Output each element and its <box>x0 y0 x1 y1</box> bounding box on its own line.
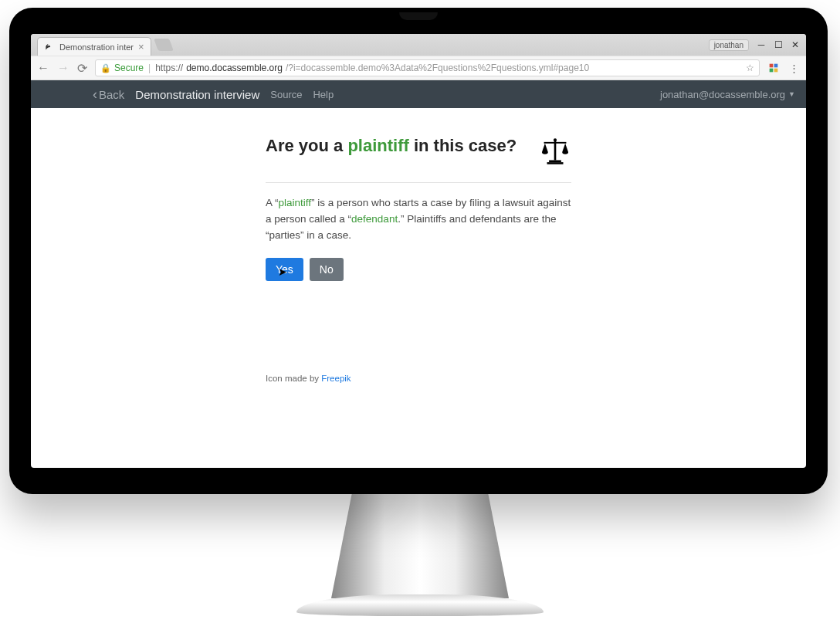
nav-back-icon[interactable]: ← <box>37 61 49 75</box>
screen: Demonstration inter × jonathan ─ ☐ ✕ ← →… <box>31 34 806 468</box>
divider <box>266 182 571 183</box>
profile-badge[interactable]: jonathan <box>709 39 749 51</box>
title-term[interactable]: plaintiff <box>347 136 408 155</box>
app-navbar: ‹ Back Demonstration interview Source He… <box>31 80 806 108</box>
svg-rect-5 <box>544 142 567 144</box>
answer-buttons: Yes No <box>266 258 571 281</box>
svg-rect-1 <box>774 64 778 68</box>
question-panel: Are you a plaintiff in this case? <box>266 136 571 383</box>
separator: | <box>148 63 151 73</box>
desc-term-defendant[interactable]: defendant <box>351 213 398 225</box>
title-prefix: Are you a <box>266 136 347 155</box>
nav-forward-icon[interactable]: → <box>57 61 69 75</box>
attribution-footer: Icon made by Freepik <box>266 374 571 383</box>
bookmark-star-icon[interactable]: ☆ <box>746 63 754 73</box>
secure-label: Secure <box>114 63 144 73</box>
chevron-left-icon: ‹ <box>93 87 97 101</box>
tab-favicon-icon <box>44 42 55 52</box>
webcam-notch <box>399 12 438 20</box>
browser-tab[interactable]: Demonstration inter × <box>37 37 151 56</box>
maximize-icon[interactable]: ☐ <box>774 40 783 49</box>
title-suffix: in this case? <box>409 136 517 155</box>
close-window-icon[interactable]: ✕ <box>791 40 800 49</box>
tab-title: Demonstration inter <box>59 42 134 52</box>
extension-icon[interactable] <box>767 62 780 74</box>
back-label: Back <box>99 88 124 101</box>
url-host: demo.docassemble.org <box>186 63 283 73</box>
svg-rect-8 <box>547 162 564 164</box>
page-body: Are you a plaintiff in this case? <box>31 108 806 383</box>
caret-down-icon: ▼ <box>788 90 795 98</box>
no-button[interactable]: No <box>310 258 344 281</box>
desc-term-plaintiff[interactable]: plaintiff <box>279 197 312 208</box>
svg-point-6 <box>554 138 557 141</box>
scales-icon <box>539 136 571 168</box>
yes-button[interactable]: Yes <box>266 258 303 281</box>
nav-source[interactable]: Source <box>270 89 302 100</box>
menu-dots-icon[interactable]: ⋮ <box>788 62 800 74</box>
app-brand: Demonstration interview <box>135 88 259 101</box>
nav-help[interactable]: Help <box>313 89 334 100</box>
svg-rect-7 <box>549 161 561 163</box>
new-tab-button[interactable] <box>154 39 174 51</box>
browser-tabbar: Demonstration inter × jonathan ─ ☐ ✕ <box>31 34 806 56</box>
address-bar[interactable]: 🔒 Secure | https://demo.docassemble.org/… <box>95 59 760 76</box>
footer-prefix: Icon made by <box>266 374 321 383</box>
monitor-frame: Demonstration inter × jonathan ─ ☐ ✕ ← →… <box>9 8 828 494</box>
question-description: A “plaintiff” is a person who starts a c… <box>266 195 571 244</box>
svg-rect-0 <box>770 64 774 68</box>
desc-part: A “ <box>266 197 279 208</box>
user-menu[interactable]: jonathan@docassemble.org ▼ <box>660 89 795 100</box>
user-email: jonathan@docassemble.org <box>660 89 785 100</box>
footer-link[interactable]: Freepik <box>321 374 351 383</box>
url-scheme: https:// <box>155 63 183 73</box>
url-path: /?i=docassemble.demo%3Adata%2Fquestions%… <box>286 63 589 73</box>
svg-rect-2 <box>770 69 774 73</box>
question-title: Are you a plaintiff in this case? <box>266 136 523 156</box>
browser-toolbar: ← → ⟳ 🔒 Secure | https://demo.docassembl… <box>31 56 806 80</box>
back-button[interactable]: ‹ Back <box>93 87 124 101</box>
minimize-icon[interactable]: ─ <box>757 40 766 49</box>
lock-icon: 🔒 <box>100 63 111 73</box>
window-controls: jonathan ─ ☐ ✕ <box>709 34 806 56</box>
svg-rect-3 <box>774 69 778 73</box>
tab-close-icon[interactable]: × <box>138 42 144 52</box>
monitor-stand <box>331 490 509 598</box>
reload-icon[interactable]: ⟳ <box>77 61 87 76</box>
